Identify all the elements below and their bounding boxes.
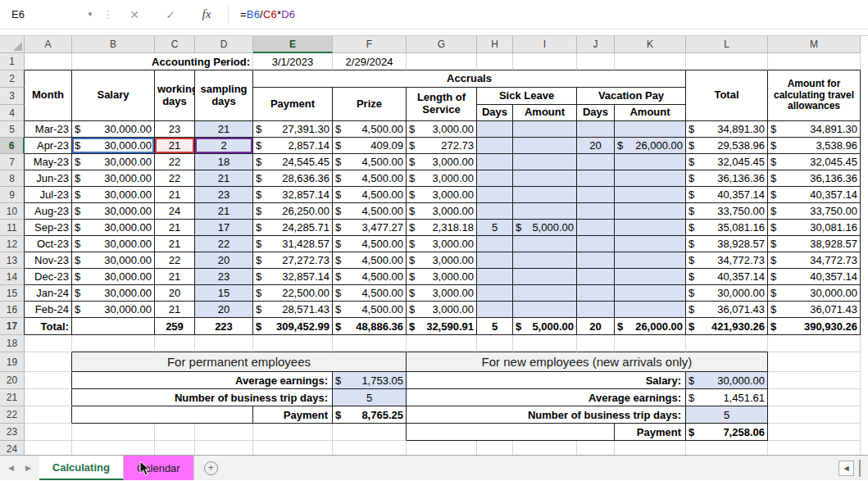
cell-month[interactable]: May-23 [25,154,72,170]
header-prize[interactable]: Prize [333,88,407,121]
cell-salary[interactable]: $30,000.00 [72,269,155,285]
cell-travel[interactable]: $40,357.14 [768,269,861,285]
empty-cell[interactable] [768,424,861,441]
column-header-d[interactable]: D [195,36,253,53]
row-header[interactable]: 5 [0,121,25,138]
cell-sick_days[interactable]: 5 [477,220,513,236]
empty-cell[interactable] [253,441,333,455]
cell-month[interactable]: Sep-23 [25,220,72,236]
cell-prize[interactable]: $4,500.00 [333,170,407,187]
cell-total[interactable]: $32,045.45 [686,154,768,170]
cell-sick_amount[interactable] [513,285,577,302]
cell-sd[interactable]: 18 [195,154,253,170]
header-length-of-service[interactable]: Length of Service [407,88,477,121]
cell-vac_days[interactable] [577,285,615,302]
cell-travel[interactable]: $34,891.30 [768,121,861,138]
new-payment-value[interactable]: $7,258.06 [686,424,768,441]
tab-calculating[interactable]: Calculating [39,456,124,480]
cell-payment[interactable]: $28,571.43 [253,302,333,318]
empty-cell[interactable] [477,335,513,352]
cell-los[interactable]: $3,000.00 [407,236,477,252]
header-working-days[interactable]: working days [155,70,195,121]
insert-function-icon[interactable]: fx [189,7,225,21]
row-header[interactable]: 18 [0,335,25,352]
name-box-dropdown-icon[interactable]: ▼ [87,11,93,18]
cell-vac_days[interactable] [577,269,615,285]
cell-wd[interactable]: 24 [155,203,195,220]
cell-sick_days[interactable] [477,187,513,203]
period-end-cell[interactable]: 2/29/2024 [333,53,407,70]
column-header-f[interactable]: F [333,36,407,53]
cell-prize[interactable]: $4,500.00 [333,302,407,318]
cell-vac_days[interactable] [577,154,615,170]
header-sick-amount[interactable]: Amount [513,105,577,121]
cell-sd[interactable]: 21 [195,121,253,138]
cell-salary[interactable]: $30,000.00 [72,203,155,220]
permanent-box-title[interactable]: For permanent employees [72,352,407,372]
cell-payment[interactable]: $27,391.30 [253,121,333,138]
cell-payment[interactable]: $24,545.45 [253,154,333,170]
new-trip-days-label[interactable]: Number of business trip days: [407,406,686,424]
cell-prize[interactable]: $4,500.00 [333,154,407,170]
cell-month[interactable]: Total: [25,318,72,335]
cell-month[interactable]: Jun-23 [25,170,72,187]
empty-cell[interactable] [768,389,861,406]
header-salary[interactable]: Salary [72,70,155,121]
empty-cell[interactable] [407,53,477,70]
empty-cell[interactable] [768,372,861,389]
cell-los[interactable]: $3,000.00 [407,285,477,302]
empty-cell[interactable] [615,335,686,352]
cell-salary[interactable]: $30,000.00 [72,121,155,138]
cell-sick_amount[interactable]: $5,000.00 [513,318,577,335]
cell-total[interactable]: $34,891.30 [686,121,768,138]
header-vac-amount[interactable]: Amount [615,105,686,121]
empty-cell[interactable] [686,441,768,455]
cell-los[interactable]: $32,590.91 [407,318,477,335]
cell-month[interactable]: Apr-23 [25,138,72,154]
cell-vac_days[interactable] [577,121,615,138]
cell-total[interactable]: $421,930.26 [686,318,768,335]
row-header[interactable]: 23 [0,424,25,441]
cell-wd[interactable]: 23 [155,121,195,138]
cell-prize[interactable]: $3,477.27 [333,220,407,236]
cell-vac_amount[interactable] [615,220,686,236]
header-payment[interactable]: Payment [253,88,333,121]
cell-sick_days[interactable] [477,302,513,318]
cell-salary[interactable]: $30,000.00 [72,220,155,236]
cell-sick_days[interactable] [477,285,513,302]
cell-vac_amount[interactable] [615,187,686,203]
cell-sick_days[interactable] [477,121,513,138]
tab-splitter-handle[interactable] [859,460,864,477]
cell-salary[interactable] [72,318,155,335]
cell-month[interactable]: Jul-23 [25,187,72,203]
cell-sick_amount[interactable] [513,154,577,170]
cell-sd[interactable]: 15 [195,285,253,302]
row-header[interactable]: 20 [0,372,25,389]
row-header[interactable]: 21 [0,389,25,406]
tab-nav-right-icon[interactable]: ▶ [25,464,31,472]
row-header-selected[interactable]: 6 [0,138,25,154]
header-accruals[interactable]: Accruals [253,70,686,88]
empty-cell[interactable] [25,372,72,389]
formula-input[interactable]: =B6/C6*D6 [240,8,295,20]
tab-calendar[interactable]: Calendar [124,456,194,480]
payment-value[interactable]: $8,765.25 [333,406,407,424]
cell-month[interactable]: Aug-23 [25,203,72,220]
cell-salary[interactable]: $30,000.00 [72,187,155,203]
row-header[interactable]: 10 [0,203,25,220]
empty-cell[interactable] [25,406,72,424]
new-avg-earnings-label[interactable]: Average earnings: [407,389,686,406]
row-header[interactable]: 9 [0,187,25,203]
cell-vac_amount[interactable] [615,285,686,302]
cell-travel[interactable]: $40,357.14 [768,187,861,203]
cell-sick_days[interactable] [477,203,513,220]
header-travel-allowances[interactable]: Amount for calculating travel allowances [768,70,861,121]
cell-sick_amount[interactable] [513,302,577,318]
empty-cell[interactable] [195,335,253,352]
empty-cell[interactable] [768,53,861,70]
cell-sd[interactable]: 21 [195,170,253,187]
cell-sick_amount[interactable] [513,252,577,269]
cell-salary[interactable]: $30,000.00 [72,285,155,302]
empty-cell[interactable] [615,441,686,455]
cell-prize[interactable]: $4,500.00 [333,252,407,269]
